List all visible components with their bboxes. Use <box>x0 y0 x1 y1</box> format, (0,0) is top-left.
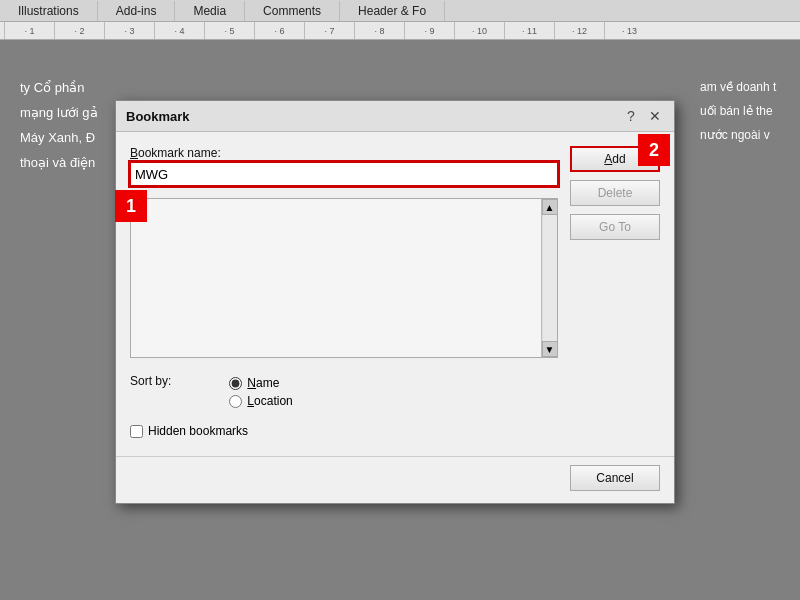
ruler-mark-2: · 2 <box>54 22 104 40</box>
ruler-mark-3: · 3 <box>104 22 154 40</box>
scrollbar[interactable]: ▲ ▼ <box>541 199 557 357</box>
dialog-left: Bookmark name: 1 ▲ ▼ <box>130 146 558 438</box>
help-button[interactable]: ? <box>622 107 640 125</box>
ribbon: Illustrations Add-ins Media Comments Hea… <box>0 0 800 22</box>
doc-line-r3: nước ngoài v <box>700 128 780 142</box>
ribbon-tab-illustrations[interactable]: Illustrations <box>0 1 98 21</box>
sort-location-label: Location <box>247 394 292 408</box>
bookmark-name-label: Bookmark name: <box>130 146 558 160</box>
hidden-bookmarks-label: Hidden bookmarks <box>148 424 248 438</box>
hidden-bookmarks-checkbox-label[interactable]: Hidden bookmarks <box>130 424 558 438</box>
hidden-bookmarks-checkbox[interactable] <box>130 425 143 438</box>
scroll-up-arrow[interactable]: ▲ <box>542 199 558 215</box>
sort-location-option[interactable]: Location <box>229 394 292 408</box>
cancel-label: Cancel <box>596 471 633 485</box>
scroll-track <box>543 215 557 341</box>
go-to-label: Go To <box>599 220 631 234</box>
scroll-down-arrow[interactable]: ▼ <box>542 341 558 357</box>
sort-location-radio[interactable] <box>229 395 242 408</box>
titlebar-icons: ? ✕ <box>622 107 664 125</box>
delete-label: Delete <box>598 186 633 200</box>
doc-line-2: mạng lưới gả <box>20 105 100 120</box>
bookmark-name-section: Bookmark name: 1 <box>130 146 558 186</box>
ribbon-tab-comments[interactable]: Comments <box>245 1 340 21</box>
sort-name-option[interactable]: Name <box>229 376 292 390</box>
doc-text-left: ty Cổ phần mạng lưới gả Máy Xanh, Đ thoạ… <box>0 80 120 180</box>
sort-options: Name Location <box>229 376 292 408</box>
dialog-title: Bookmark <box>126 109 190 124</box>
dialog-footer: Cancel <box>116 456 674 503</box>
ruler-mark-4: · 4 <box>154 22 204 40</box>
ruler-marks: · 1 · 2 · 3 · 4 · 5 · 6 · 7 · 8 · 9 · 10… <box>4 22 800 40</box>
badge-1: 1 <box>115 190 147 222</box>
doc-line-r1: am về doanh t <box>700 80 780 94</box>
doc-line-4: thoại và điện <box>20 155 100 170</box>
badge-2: 2 <box>638 134 670 166</box>
sort-label: Sort by: <box>130 374 171 388</box>
doc-text-right: am về doanh t uối bán lẻ the nước ngoài … <box>680 80 800 152</box>
go-to-button[interactable]: Go To <box>570 214 660 240</box>
dialog-buttons: 2 Add Delete Go To <box>570 146 660 438</box>
document-area: ty Cổ phần mạng lưới gả Máy Xanh, Đ thoạ… <box>0 40 800 600</box>
doc-line-1: ty Cổ phần <box>20 80 100 95</box>
sort-section: Sort by: Name Location <box>130 374 558 408</box>
ruler-mark-11: · 11 <box>504 22 554 40</box>
ribbon-tab-header[interactable]: Header & Fo <box>340 1 445 21</box>
input-wrapper: 1 <box>130 162 558 186</box>
delete-button[interactable]: Delete <box>570 180 660 206</box>
ruler-mark-13: · 13 <box>604 22 654 40</box>
ruler-mark-10: · 10 <box>454 22 504 40</box>
bookmark-dialog: Bookmark ? ✕ Bookmark name: 1 <box>115 100 675 504</box>
ruler-mark-1: · 1 <box>4 22 54 40</box>
doc-line-3: Máy Xanh, Đ <box>20 130 100 145</box>
doc-line-r2: uối bán lẻ the <box>700 104 780 118</box>
bookmark-list: ▲ ▼ <box>130 198 558 358</box>
ruler-mark-7: · 7 <box>304 22 354 40</box>
sort-name-radio[interactable] <box>229 377 242 390</box>
ruler-mark-8: · 8 <box>354 22 404 40</box>
ribbon-tab-media[interactable]: Media <box>175 1 245 21</box>
sort-name-label: Name <box>247 376 279 390</box>
dialog-titlebar: Bookmark ? ✕ <box>116 101 674 132</box>
ruler-mark-9: · 9 <box>404 22 454 40</box>
ruler-mark-5: · 5 <box>204 22 254 40</box>
close-button[interactable]: ✕ <box>646 107 664 125</box>
ruler-mark-12: · 12 <box>554 22 604 40</box>
ruler: · 1 · 2 · 3 · 4 · 5 · 6 · 7 · 8 · 9 · 10… <box>0 22 800 40</box>
bookmark-name-input[interactable] <box>130 162 558 186</box>
cancel-button[interactable]: Cancel <box>570 465 660 491</box>
dialog-body: Bookmark name: 1 ▲ ▼ <box>116 132 674 452</box>
ribbon-tab-addins[interactable]: Add-ins <box>98 1 176 21</box>
ruler-mark-6: · 6 <box>254 22 304 40</box>
